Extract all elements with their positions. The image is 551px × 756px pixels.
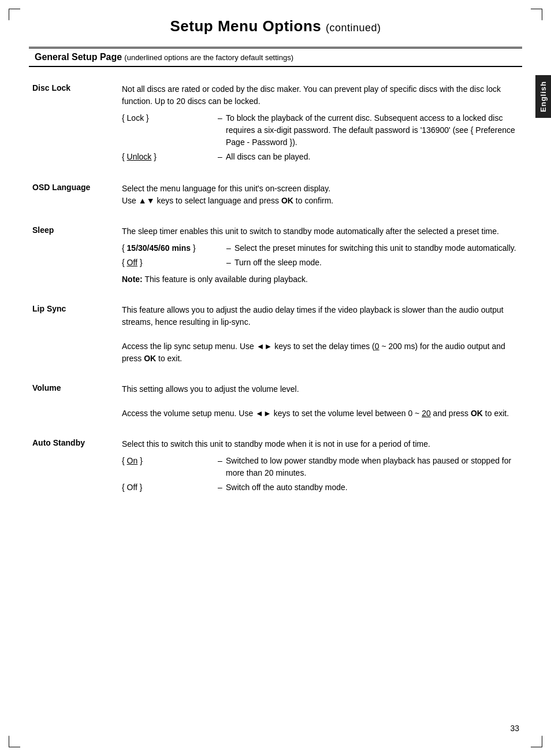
disc-lock-opt-unlock: { Unlock } – All discs can be played. bbox=[122, 150, 519, 164]
opt-key-sleep-off: { Off } bbox=[122, 255, 223, 270]
opt-desc-standby-off: Switch off the auto standby mode. bbox=[226, 480, 519, 495]
corner-mark-tr bbox=[531, 9, 542, 20]
corner-mark-br bbox=[531, 736, 542, 747]
content-table: Disc Lock Not all discs are rated or cod… bbox=[29, 79, 522, 499]
section-header: General Setup Page (underlined options a… bbox=[29, 47, 522, 67]
auto-standby-label: Auto Standby bbox=[29, 433, 118, 499]
opt-desc-mins: Select the preset minutes for switching … bbox=[234, 241, 519, 255]
opt-key-unlock: { Unlock } bbox=[122, 150, 214, 164]
lip-sync-desc1: This feature allows you to adjust the au… bbox=[122, 305, 504, 327]
lip-sync-row: Lip Sync This feature allows you to adju… bbox=[29, 299, 522, 369]
osd-language-desc1: Select the menu language for this unit's… bbox=[122, 184, 330, 193]
lip-sync-desc2: Access the lip sync setup menu. Use ◄► k… bbox=[122, 342, 505, 363]
sleep-opt-off: { Off } – Turn off the sleep mode. bbox=[122, 255, 519, 270]
corner-mark-tl bbox=[9, 9, 20, 20]
osd-language-desc2: Use ▲▼ keys to select language and press… bbox=[122, 196, 333, 205]
volume-content: This setting allows you to adjust the vo… bbox=[118, 379, 522, 424]
opt-desc-sleep-off: Turn off the sleep mode. bbox=[234, 255, 519, 270]
auto-standby-options: { On } – Switched to low power standby m… bbox=[122, 454, 519, 495]
disc-lock-label: Disc Lock bbox=[29, 79, 118, 169]
auto-standby-row: Auto Standby Select this to switch this … bbox=[29, 433, 522, 499]
opt-desc-standby-on: Switched to low power standby mode when … bbox=[226, 454, 519, 480]
disc-lock-opt-lock: { Lock } – To block the playback of the … bbox=[122, 111, 519, 150]
page-title: Setup Menu Options (continued) bbox=[29, 17, 522, 35]
sleep-content: The sleep timer enables this unit to swi… bbox=[118, 221, 522, 290]
lip-sync-content: This feature allows you to adjust the au… bbox=[118, 299, 522, 369]
osd-language-label: OSD Language bbox=[29, 178, 118, 212]
sleep-label: Sleep bbox=[29, 221, 118, 290]
opt-desc-unlock: All discs can be played. bbox=[226, 150, 519, 164]
title-continued: (continued) bbox=[326, 22, 381, 34]
osd-language-row: OSD Language Select the menu language fo… bbox=[29, 178, 522, 212]
volume-label: Volume bbox=[29, 379, 118, 424]
disc-lock-options: { Lock } – To block the playback of the … bbox=[122, 111, 519, 164]
sleep-note: Note: This feature is only available dur… bbox=[122, 273, 519, 286]
sleep-description: The sleep timer enables this unit to swi… bbox=[122, 227, 499, 236]
auto-standby-description: Select this to switch this unit to stand… bbox=[122, 439, 430, 449]
opt-dash-standby-off: – bbox=[214, 480, 226, 495]
opt-key-standby-on: { On } bbox=[122, 454, 214, 480]
opt-key-lock: { Lock } bbox=[122, 111, 214, 150]
opt-key-mins: { 15/30/45/60 mins } bbox=[122, 241, 223, 255]
sleep-row: Sleep The sleep timer enables this unit … bbox=[29, 221, 522, 290]
title-main: Setup Menu Options bbox=[170, 17, 321, 35]
volume-desc1: This setting allows you to adjust the vo… bbox=[122, 384, 299, 394]
opt-dash-lock: – bbox=[214, 111, 226, 150]
opt-dash-sleep-off: – bbox=[223, 255, 234, 270]
opt-key-standby-off: { Off } bbox=[122, 480, 214, 495]
disc-lock-description: Not all discs are rated or coded by the … bbox=[122, 84, 501, 106]
sleep-opt-mins: { 15/30/45/60 mins } – Select the preset… bbox=[122, 241, 519, 255]
volume-row: Volume This setting allows you to adjust… bbox=[29, 379, 522, 424]
auto-standby-opt-off: { Off } – Switch off the auto standby mo… bbox=[122, 480, 519, 495]
opt-dash-mins: – bbox=[223, 241, 234, 255]
opt-dash-unlock: – bbox=[214, 150, 226, 164]
section-subtitle: (underlined options are the factory defa… bbox=[124, 53, 293, 62]
section-title: General Setup Page bbox=[35, 52, 122, 62]
opt-dash-standby-on: – bbox=[214, 454, 226, 480]
disc-lock-content: Not all discs are rated or coded by the … bbox=[118, 79, 522, 169]
corner-mark-bl bbox=[9, 736, 20, 747]
osd-language-content: Select the menu language for this unit's… bbox=[118, 178, 522, 212]
volume-desc2: Access the volume setup menu. Use ◄► key… bbox=[122, 409, 509, 418]
page-wrapper: English Setup Menu Options (continued) G… bbox=[0, 0, 551, 756]
sleep-options: { 15/30/45/60 mins } – Select the preset… bbox=[122, 241, 519, 270]
auto-standby-opt-on: { On } – Switched to low power standby m… bbox=[122, 454, 519, 480]
disc-lock-row: Disc Lock Not all discs are rated or cod… bbox=[29, 79, 522, 169]
opt-desc-lock: To block the playback of the current dis… bbox=[226, 111, 519, 150]
english-tab: English bbox=[535, 75, 551, 118]
lip-sync-label: Lip Sync bbox=[29, 299, 118, 369]
page-number: 33 bbox=[510, 724, 519, 733]
auto-standby-content: Select this to switch this unit to stand… bbox=[118, 433, 522, 499]
